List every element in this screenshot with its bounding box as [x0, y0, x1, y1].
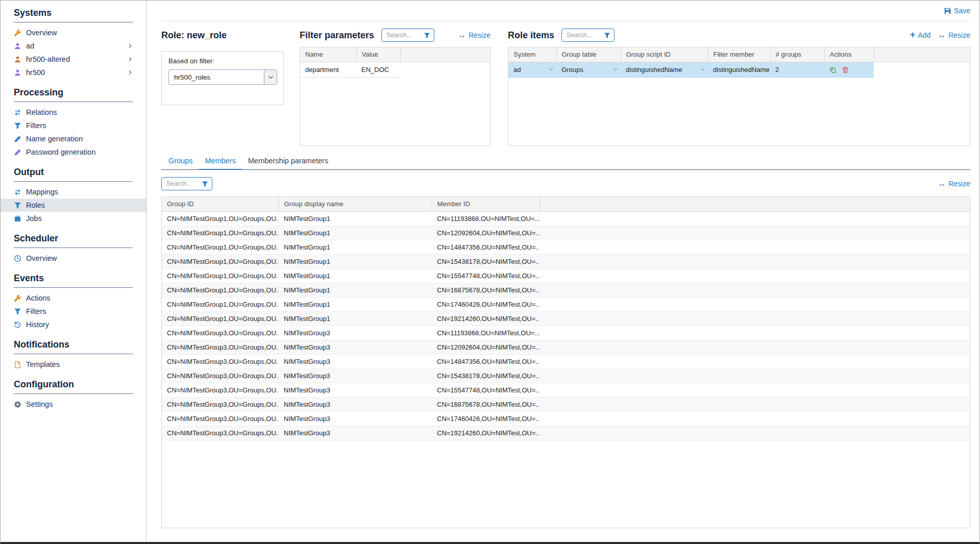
sidebar-item-label: Roles [26, 201, 45, 209]
sidebar-item-password-generation[interactable]: Password generation [1, 145, 146, 159]
main-content: Save Role: new_role Based on filter: hr5… [146, 1, 979, 542]
sidebar-item-jobs[interactable]: Jobs [1, 212, 146, 225]
sidebar-section-title: Notifications [14, 339, 133, 354]
member-row[interactable]: CN=NIMTestGroup3,OU=Groups,OU...NIMTestG… [162, 397, 970, 411]
resize-button[interactable]: ↔ Resize [938, 180, 970, 188]
member-row[interactable]: CN=NIMTestGroup1,OU=Groups,OU...NIMTestG… [162, 297, 970, 311]
save-button[interactable]: Save [944, 7, 970, 15]
sidebar-item-history[interactable]: History [1, 318, 146, 331]
history-icon [14, 321, 21, 329]
filler-cell [874, 62, 970, 78]
groups-count-column-header[interactable]: # groups [770, 47, 824, 62]
filler-cell [540, 268, 970, 283]
member-row[interactable]: CN=NIMTestGroup3,OU=Groups,OU...NIMTestG… [162, 426, 970, 440]
sidebar-item-settings[interactable]: Settings [1, 398, 146, 411]
group-table-column-header[interactable]: Group table [556, 47, 621, 62]
filter-member-cell[interactable]: distinguishedName [708, 62, 770, 78]
filler-cell [540, 297, 970, 311]
name-column-header[interactable]: Name [300, 47, 356, 62]
arrows-icon [14, 188, 21, 196]
group-display-name-cell: NIMTestGroup3 [279, 340, 432, 354]
role-item-row[interactable]: adGroupsdistinguishedNamedistinguishedNa… [508, 62, 970, 78]
sidebar-item-roles[interactable]: Roles [1, 199, 146, 212]
sidebar-item-mappings[interactable]: Mappings [1, 185, 146, 199]
members-box: Group ID Group display name Member ID CN… [161, 196, 970, 528]
search-input[interactable] [566, 31, 602, 39]
filler-cell [540, 368, 970, 383]
filler-cell [540, 211, 970, 226]
member-row[interactable]: CN=NIMTestGroup3,OU=Groups,OU...NIMTestG… [162, 326, 970, 340]
tab-groups[interactable]: Groups [162, 153, 199, 170]
tabs: GroupsMembersMembership parameters [161, 153, 970, 170]
member-row[interactable]: CN=NIMTestGroup1,OU=Groups,OU...NIMTestG… [162, 254, 970, 268]
clock-icon [14, 255, 21, 262]
search-input[interactable] [385, 31, 422, 39]
chevron-down-icon [613, 67, 618, 72]
member-row[interactable]: CN=NIMTestGroup1,OU=Groups,OU...NIMTestG… [162, 283, 970, 297]
filler-cell [540, 226, 970, 240]
member-row[interactable]: CN=NIMTestGroup1,OU=Groups,OU...NIMTestG… [162, 311, 970, 326]
add-button[interactable]: + Add [910, 31, 930, 40]
sidebar-item-ad[interactable]: ad [1, 39, 146, 53]
sidebar-item-hr500-altered[interactable]: hr500-altered [1, 53, 146, 66]
group-table-cell[interactable]: Groups [556, 62, 621, 78]
resize-button[interactable]: ↔ Resize [938, 31, 970, 39]
group-script-id-column-header[interactable]: Group script ID [621, 47, 708, 62]
actions-column-header: Actions [824, 47, 874, 62]
copy-icon[interactable] [829, 66, 837, 73]
member-id-cell: CN=11193868,OU=NIMTest,OU=... [432, 211, 540, 226]
group-display-name-column-header[interactable]: Group display name [279, 197, 432, 211]
save-label: Save [954, 7, 970, 15]
member-row[interactable]: CN=NIMTestGroup3,OU=Groups,OU...NIMTestG… [162, 383, 970, 397]
group-id-cell: CN=NIMTestGroup3,OU=Groups,OU... [162, 354, 279, 368]
tab-members[interactable]: Members [199, 153, 242, 170]
member-id-column-header[interactable]: Member ID [432, 197, 540, 211]
group-id-cell: CN=NIMTestGroup1,OU=Groups,OU... [162, 283, 279, 297]
member-row[interactable]: CN=NIMTestGroup1,OU=Groups,OU...NIMTestG… [162, 268, 970, 283]
sidebar-section: SchedulerOverview [1, 233, 146, 265]
filter-icon [604, 32, 610, 39]
filter-parameter-row[interactable]: departmentEN_DOC [300, 62, 490, 77]
sidebar-item-name-generation[interactable]: Name generation [1, 132, 146, 145]
sidebar-item-overview[interactable]: Overview [1, 26, 146, 39]
member-row[interactable]: CN=NIMTestGroup3,OU=Groups,OU...NIMTestG… [162, 368, 970, 383]
select-value: hr500_roles [169, 73, 264, 81]
based-on-filter-box: Based on filter: hr500_roles [161, 51, 284, 105]
filter-member-column-header[interactable]: Filter member [708, 47, 770, 62]
member-row[interactable]: CN=NIMTestGroup3,OU=Groups,OU...NIMTestG… [162, 411, 970, 426]
based-on-filter-label: Based on filter: [168, 57, 277, 65]
group-id-cell: CN=NIMTestGroup1,OU=Groups,OU... [162, 297, 279, 311]
tab-membership-parameters[interactable]: Membership parameters [242, 153, 334, 170]
sidebar-item-filters[interactable]: Filters [1, 305, 146, 318]
system-cell[interactable]: ad [508, 62, 556, 78]
select-dropdown-button[interactable] [264, 70, 277, 84]
resize-button[interactable]: ↔ Resize [458, 31, 491, 39]
sidebar-item-overview[interactable]: Overview [1, 252, 146, 265]
value-column-header[interactable]: Value [356, 47, 400, 62]
filter-parameters-table: Name Value departmentEN_DOC [300, 47, 490, 78]
sidebar-item-templates[interactable]: Templates [1, 358, 146, 371]
role-panel: Role: new_role Based on filter: hr500_ro… [161, 28, 284, 146]
sidebar-item-relations[interactable]: Relations [1, 106, 146, 119]
sidebar-item-hr500[interactable]: hr500 [1, 66, 146, 79]
system-column-header[interactable]: System [508, 47, 556, 62]
member-row[interactable]: CN=NIMTestGroup3,OU=Groups,OU...NIMTestG… [162, 354, 970, 368]
arrows-icon [14, 109, 21, 116]
user-icon [14, 42, 21, 50]
based-on-filter-select[interactable]: hr500_roles [168, 69, 277, 85]
group-display-name-cell: NIMTestGroup1 [279, 283, 432, 297]
group-id-column-header[interactable]: Group ID [162, 197, 279, 211]
filter-value-cell: EN_DOC [356, 62, 400, 77]
group-script-id-cell[interactable]: distinguishedName [621, 62, 708, 78]
member-row[interactable]: CN=NIMTestGroup1,OU=Groups,OU...NIMTestG… [162, 240, 970, 254]
member-row[interactable]: CN=NIMTestGroup1,OU=Groups,OU...NIMTestG… [162, 211, 970, 226]
member-row[interactable]: CN=NIMTestGroup1,OU=Groups,OU...NIMTestG… [162, 226, 970, 240]
search-input[interactable] [165, 180, 200, 188]
member-row[interactable]: CN=NIMTestGroup3,OU=Groups,OU...NIMTestG… [162, 340, 970, 354]
sidebar-item-filters[interactable]: Filters [1, 119, 146, 132]
sidebar-item-actions[interactable]: Actions [1, 291, 146, 305]
sidebar-section: OutputMappingsRolesJobs [1, 167, 146, 225]
sidebar-section: NotificationsTemplates [1, 339, 146, 371]
trash-icon[interactable] [842, 66, 849, 73]
member-id-cell: CN=12092604,OU=NIMTest,OU=... [432, 226, 540, 240]
